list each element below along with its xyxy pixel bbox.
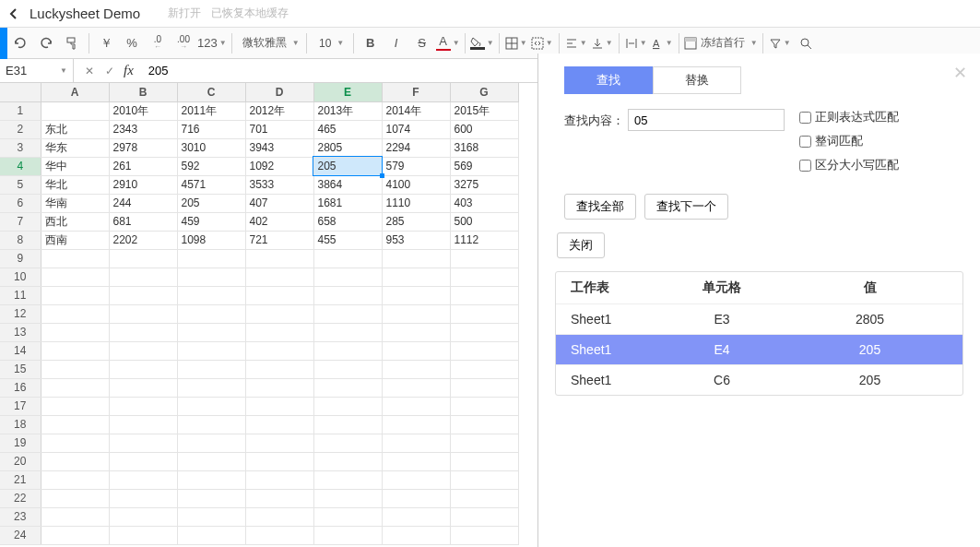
cell[interactable]: 西北 bbox=[41, 212, 109, 231]
cell[interactable] bbox=[450, 360, 518, 378]
cell[interactable] bbox=[382, 507, 450, 526]
cell[interactable]: 407 bbox=[245, 194, 313, 212]
cell[interactable] bbox=[382, 452, 450, 470]
cell[interactable] bbox=[313, 507, 382, 526]
cell[interactable] bbox=[177, 360, 245, 378]
freeze-button[interactable]: 冻结首行▼ bbox=[684, 31, 758, 55]
cell[interactable] bbox=[41, 360, 109, 378]
cell[interactable] bbox=[109, 360, 177, 378]
cell[interactable] bbox=[382, 526, 450, 544]
cell[interactable]: 1074 bbox=[382, 120, 450, 138]
cell[interactable] bbox=[41, 286, 109, 304]
cell[interactable] bbox=[313, 526, 382, 544]
cell[interactable]: 西南 bbox=[41, 231, 109, 249]
row-header[interactable]: 3 bbox=[0, 138, 41, 157]
close-icon[interactable]: ✕ bbox=[953, 63, 967, 83]
wrap-button[interactable]: ▼ bbox=[624, 31, 648, 55]
cell[interactable] bbox=[245, 452, 313, 470]
row-header[interactable]: 13 bbox=[0, 323, 41, 341]
cell[interactable] bbox=[382, 415, 450, 434]
close-button[interactable]: 关闭 bbox=[557, 232, 605, 258]
cell[interactable] bbox=[177, 304, 245, 323]
cell[interactable]: 953 bbox=[382, 231, 450, 249]
col-header[interactable]: E bbox=[313, 83, 382, 101]
cell[interactable] bbox=[313, 397, 382, 415]
cell[interactable]: 205 bbox=[313, 157, 382, 175]
cell[interactable] bbox=[177, 341, 245, 360]
cell[interactable]: 1681 bbox=[313, 194, 382, 212]
cell[interactable] bbox=[109, 286, 177, 304]
italic-button[interactable]: I bbox=[384, 31, 408, 55]
cell[interactable]: 681 bbox=[109, 212, 177, 231]
row-header[interactable]: 24 bbox=[0, 526, 41, 544]
cell[interactable]: 2010年 bbox=[109, 101, 177, 120]
row-header[interactable]: 21 bbox=[0, 470, 41, 489]
results-row[interactable]: Sheet1C6205 bbox=[556, 364, 962, 395]
cell[interactable] bbox=[41, 434, 109, 452]
cell[interactable]: 3275 bbox=[450, 175, 518, 194]
row-header[interactable]: 5 bbox=[0, 175, 41, 194]
cell[interactable] bbox=[41, 470, 109, 489]
cell[interactable] bbox=[450, 378, 518, 397]
cell[interactable]: 3943 bbox=[245, 138, 313, 157]
name-box[interactable]: E31 ▼ bbox=[0, 59, 74, 83]
spreadsheet-grid[interactable]: ABCDEFG12010年2011年2012年2013年2014年2015年2东… bbox=[0, 83, 519, 545]
cell[interactable] bbox=[450, 323, 518, 341]
row-header[interactable]: 8 bbox=[0, 231, 41, 249]
cell[interactable]: 721 bbox=[245, 231, 313, 249]
cell[interactable] bbox=[382, 286, 450, 304]
cell[interactable] bbox=[177, 323, 245, 341]
find-all-button[interactable]: 查找全部 bbox=[564, 194, 636, 220]
cell[interactable]: 2011年 bbox=[177, 101, 245, 120]
cell[interactable] bbox=[245, 526, 313, 544]
rotate-button[interactable]: A▼ bbox=[650, 31, 674, 55]
cell[interactable]: 2012年 bbox=[245, 101, 313, 120]
cell[interactable] bbox=[450, 526, 518, 544]
cell[interactable]: 1092 bbox=[245, 157, 313, 175]
cell[interactable] bbox=[109, 249, 177, 268]
case-checkbox[interactable] bbox=[799, 160, 811, 172]
row-header[interactable]: 10 bbox=[0, 268, 41, 286]
cell[interactable] bbox=[450, 434, 518, 452]
cell[interactable] bbox=[382, 249, 450, 268]
cell[interactable] bbox=[245, 268, 313, 286]
cell[interactable]: 244 bbox=[109, 194, 177, 212]
cell[interactable] bbox=[245, 378, 313, 397]
cell[interactable] bbox=[177, 507, 245, 526]
cell[interactable] bbox=[245, 304, 313, 323]
cell[interactable]: 3010 bbox=[177, 138, 245, 157]
tab-find[interactable]: 查找 bbox=[564, 66, 653, 94]
cell[interactable] bbox=[450, 452, 518, 470]
cell[interactable]: 205 bbox=[177, 194, 245, 212]
cell[interactable] bbox=[313, 489, 382, 507]
cell[interactable]: 459 bbox=[177, 212, 245, 231]
col-header[interactable]: C bbox=[177, 83, 245, 101]
percent-button[interactable]: % bbox=[120, 31, 144, 55]
cell[interactable] bbox=[177, 397, 245, 415]
cell[interactable] bbox=[245, 507, 313, 526]
increase-decimal-button[interactable]: .00→ bbox=[171, 31, 195, 55]
row-header[interactable]: 12 bbox=[0, 304, 41, 323]
row-header[interactable]: 11 bbox=[0, 286, 41, 304]
cell[interactable]: 500 bbox=[450, 212, 518, 231]
cell[interactable]: 2013年 bbox=[313, 101, 382, 120]
cell[interactable] bbox=[41, 489, 109, 507]
cell[interactable] bbox=[382, 489, 450, 507]
regex-checkbox-label[interactable]: 正则表达式匹配 bbox=[799, 109, 899, 125]
cell[interactable] bbox=[313, 434, 382, 452]
cell[interactable] bbox=[109, 341, 177, 360]
cell[interactable]: 3168 bbox=[450, 138, 518, 157]
number-format-button[interactable]: 123▼ bbox=[197, 31, 227, 55]
cell[interactable] bbox=[450, 507, 518, 526]
cell[interactable]: 4100 bbox=[382, 175, 450, 194]
whole-word-checkbox-label[interactable]: 整词匹配 bbox=[799, 133, 899, 149]
cell[interactable] bbox=[313, 268, 382, 286]
cell[interactable] bbox=[245, 397, 313, 415]
row-header[interactable]: 18 bbox=[0, 415, 41, 434]
col-header[interactable]: D bbox=[245, 83, 313, 101]
fill-color-button[interactable]: ▼ bbox=[470, 31, 494, 55]
cell[interactable] bbox=[41, 101, 109, 120]
cell[interactable] bbox=[41, 378, 109, 397]
cell[interactable] bbox=[109, 452, 177, 470]
merge-button[interactable]: ▼ bbox=[530, 31, 554, 55]
